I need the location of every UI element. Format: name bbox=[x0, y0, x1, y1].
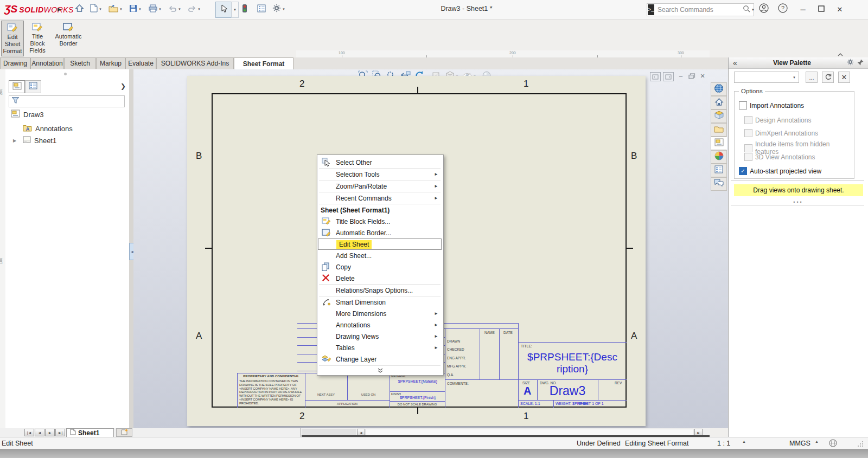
undo-button[interactable]: ▼ bbox=[168, 3, 181, 16]
menu-item-add-sheet[interactable]: Add Sheet... bbox=[318, 250, 442, 261]
panel-resize-dots[interactable]: ••• bbox=[729, 199, 868, 205]
menu-item-selection-tools[interactable]: Selection Tools ► bbox=[318, 169, 442, 180]
menu-item-annotations[interactable]: Annotations ► bbox=[318, 319, 442, 331]
menu-item-edit-sheet[interactable]: Edit Sheet bbox=[318, 238, 442, 250]
display-pane-tab[interactable] bbox=[25, 80, 41, 93]
menu-item-relations-snaps-options[interactable]: Relations/Snaps Options... bbox=[318, 285, 442, 296]
collapse-panel-icon[interactable]: « bbox=[733, 59, 737, 67]
menu-item-delete[interactable]: Delete bbox=[318, 273, 442, 284]
first-sheet-button[interactable]: |◄ bbox=[24, 429, 34, 436]
menu-item-zoom-pan-rotate[interactable]: Zoom/Pan/Rotate ► bbox=[318, 180, 442, 192]
tab-solidworks-add-ins[interactable]: SOLIDWORKS Add-Ins bbox=[156, 57, 234, 69]
search-icon[interactable] bbox=[743, 5, 750, 15]
tree-item-sheet1[interactable]: ▶ Sheet1 bbox=[5, 136, 56, 145]
doc-previous-window-button[interactable] bbox=[650, 72, 661, 81]
search-input[interactable] bbox=[654, 5, 743, 14]
browse-button[interactable]: ... bbox=[806, 72, 818, 83]
tab-sheet-format[interactable]: Sheet Format bbox=[234, 57, 293, 69]
undo-caret-icon[interactable]: ▼ bbox=[178, 8, 181, 11]
feature-manager-tab[interactable] bbox=[9, 80, 25, 93]
status-scale[interactable]: 1 : 1 bbox=[717, 440, 730, 447]
status-units[interactable]: MMGS bbox=[789, 440, 810, 447]
tree-filter-box[interactable] bbox=[9, 95, 125, 107]
file-properties-button[interactable] bbox=[257, 3, 266, 16]
panel-handle[interactable] bbox=[64, 73, 67, 75]
select-tool-button[interactable] bbox=[215, 2, 232, 18]
panel-gear-icon[interactable] bbox=[847, 59, 854, 67]
configuration-dropdown[interactable]: ▼ bbox=[734, 72, 799, 83]
search-commands-box[interactable]: >_ ▼ bbox=[647, 3, 754, 16]
menu-item-select-other[interactable]: Select Other bbox=[318, 157, 442, 168]
tb-finish-value[interactable]: $PRPSHEET:{Finish} bbox=[391, 396, 444, 399]
automatic-border-button[interactable]: Automatic Border bbox=[51, 21, 86, 56]
print-caret-icon[interactable]: ▼ bbox=[158, 8, 162, 11]
tb-title-value[interactable]: $PRPSHEET:{Desc bbox=[519, 351, 626, 363]
add-sheet-tab-button[interactable] bbox=[116, 428, 132, 437]
tree-item-annotations[interactable]: A Annotations bbox=[5, 124, 73, 133]
tb-size-value[interactable]: A bbox=[524, 385, 531, 397]
select-tool-caret-icon[interactable]: ▼ bbox=[231, 2, 239, 18]
tb-dwg-value[interactable]: Draw3 bbox=[537, 384, 598, 398]
home-button[interactable] bbox=[75, 3, 84, 16]
tb-sheet-of[interactable]: SHEET 1 OF 1 bbox=[578, 402, 604, 405]
welcome-tab[interactable] bbox=[711, 96, 727, 109]
menu-item-automatic-border[interactable]: Automatic Border... bbox=[318, 227, 442, 238]
options-caret-icon[interactable]: ▼ bbox=[282, 8, 285, 11]
solidworks-resources-tab[interactable] bbox=[711, 82, 727, 96]
close-button[interactable]: ✕ bbox=[833, 3, 847, 15]
menu-item-change-layer[interactable]: Change Layer bbox=[318, 353, 442, 365]
forum-tab[interactable] bbox=[711, 177, 727, 191]
resize-grip-icon[interactable] bbox=[857, 441, 864, 449]
options-button[interactable]: ▼ bbox=[272, 3, 285, 16]
menu-item-smart-dimension[interactable]: Smart Dimension bbox=[318, 296, 442, 308]
open-button[interactable]: ▼ bbox=[108, 3, 123, 16]
tb-title-value2[interactable]: ription} bbox=[519, 363, 626, 375]
tab-annotation[interactable]: Annotation bbox=[30, 57, 64, 69]
menu-expand-button[interactable] bbox=[317, 366, 443, 374]
minimize-button[interactable]: ─ bbox=[796, 3, 810, 15]
open-caret-icon[interactable]: ▼ bbox=[119, 8, 123, 11]
view-palette-tab[interactable] bbox=[711, 137, 727, 150]
doc-close-button[interactable]: ✕ bbox=[698, 72, 707, 80]
expand-arrow-icon[interactable]: ▶ bbox=[13, 138, 16, 143]
doc-restore-button[interactable] bbox=[687, 72, 697, 80]
print-button[interactable]: ▼ bbox=[149, 3, 162, 16]
appearances-tab[interactable] bbox=[711, 150, 727, 164]
help-button[interactable]: ? bbox=[778, 3, 788, 16]
sheet1-tab[interactable]: Sheet1 bbox=[66, 428, 114, 437]
previous-sheet-button[interactable]: ◄ bbox=[35, 429, 44, 436]
units-caret-icon[interactable]: ▲ bbox=[815, 440, 819, 443]
menu-item-title-block-fields[interactable]: Title Block Fields... bbox=[318, 216, 442, 227]
next-sheet-button[interactable]: ► bbox=[45, 429, 55, 436]
interference-button[interactable] bbox=[242, 3, 247, 16]
file-explorer-tab[interactable] bbox=[711, 123, 727, 137]
menu-item-tables[interactable]: Tables ► bbox=[318, 342, 442, 353]
panel-expand-icon[interactable]: ❯ bbox=[120, 82, 126, 90]
doc-minimize-button[interactable]: ─ bbox=[676, 72, 686, 80]
tab-sketch[interactable]: Sketch bbox=[64, 57, 96, 69]
maximize-button[interactable] bbox=[814, 3, 828, 15]
pin-icon[interactable] bbox=[857, 59, 864, 67]
account-button[interactable] bbox=[759, 3, 769, 16]
checkbox-auto-start-projected-view[interactable]: ✓ Auto-start projected view bbox=[739, 167, 821, 175]
tree-item-draw3[interactable]: Draw3 bbox=[5, 109, 44, 119]
menu-item-drawing-views[interactable]: Drawing Views ► bbox=[318, 331, 442, 342]
logo-expand-icon[interactable]: ▶ bbox=[58, 3, 61, 16]
last-sheet-button[interactable]: ►| bbox=[55, 429, 65, 436]
save-button[interactable]: ▼ bbox=[129, 3, 142, 16]
tb-scale[interactable]: SCALE: 1:1 bbox=[520, 402, 540, 405]
new-document-button[interactable]: ▼ bbox=[90, 3, 102, 16]
checkbox-import-annotations[interactable]: Import Annotations bbox=[739, 101, 804, 109]
edit-sheet-format-button[interactable]: Edit Sheet Format bbox=[1, 21, 24, 56]
menu-item-copy[interactable]: Copy bbox=[318, 261, 442, 273]
tab-evaluate[interactable]: Evaluate bbox=[125, 57, 156, 69]
tb-material-value[interactable]: $PRPSHEET:{Material} bbox=[391, 379, 444, 383]
menu-item-recent-commands[interactable]: Recent Commands ► bbox=[318, 192, 442, 204]
tab-drawing[interactable]: Drawing bbox=[0, 57, 30, 69]
design-library-tab[interactable] bbox=[711, 109, 727, 123]
redo-caret-icon[interactable]: ▼ bbox=[197, 8, 201, 11]
custom-properties-tab[interactable] bbox=[711, 164, 727, 177]
search-caret-icon[interactable]: ▼ bbox=[751, 8, 755, 11]
scale-caret-icon[interactable]: ▲ bbox=[742, 440, 746, 443]
status-globe-icon[interactable] bbox=[829, 439, 837, 449]
